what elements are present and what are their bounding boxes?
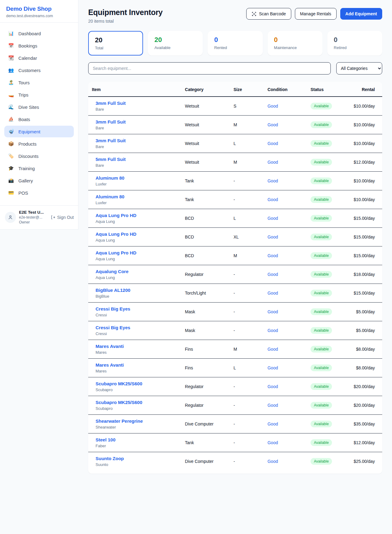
- stat-card-retired[interactable]: 0 Retired: [327, 31, 382, 55]
- item-name-link[interactable]: Cressi Big Eyes: [96, 325, 130, 330]
- stat-card-total[interactable]: 20 Total: [88, 31, 143, 55]
- stat-card-rented[interactable]: 0 Rented: [208, 31, 262, 55]
- item-name-link[interactable]: Scubapro MK25/S600: [96, 381, 142, 386]
- table-row: 5mm Full Suit Bare Wetsuit M Good Availa…: [88, 153, 382, 172]
- sidebar-item-dive-sites[interactable]: 🌊 Dive Sites: [4, 101, 74, 113]
- item-condition-link[interactable]: Good: [267, 403, 278, 408]
- status-cell: Available: [307, 209, 350, 228]
- item-name-link[interactable]: Aqua Lung Pro HD: [96, 250, 136, 255]
- status-badge: Available: [311, 234, 332, 240]
- add-equipment-button[interactable]: Add Equipment: [340, 8, 382, 20]
- sidebar-item-bookings[interactable]: 📅 Bookings: [4, 40, 74, 51]
- stat-value: 20: [95, 36, 136, 44]
- item-name-link[interactable]: BigBlue AL1200: [96, 288, 130, 293]
- item-brand: Bare: [96, 126, 178, 130]
- item-condition-link[interactable]: Good: [267, 347, 278, 352]
- item-condition-link[interactable]: Good: [267, 178, 278, 183]
- item-brand: Scubapro: [96, 387, 178, 392]
- item-condition-link[interactable]: Good: [267, 122, 278, 127]
- item-condition-link[interactable]: Good: [267, 235, 278, 239]
- item-name-link[interactable]: 5mm Full Suit: [96, 157, 126, 162]
- sidebar-item-gallery[interactable]: 📸 Gallery: [4, 175, 74, 186]
- user-name: E2E Test U...: [19, 210, 47, 215]
- sidebar-item-calendar[interactable]: 📆 Calendar: [4, 52, 74, 64]
- item-rental-price: $10.00/day: [350, 116, 382, 134]
- sidebar-item-dashboard[interactable]: 📊 Dashboard: [4, 28, 74, 39]
- sidebar-item-trips[interactable]: 🚤 Trips: [4, 89, 74, 101]
- sidebar-item-discounts[interactable]: 🏷️ Discounts: [4, 150, 74, 162]
- condition-cell: Good: [264, 433, 307, 452]
- item-condition-link[interactable]: Good: [267, 216, 278, 221]
- sidebar-item-pos[interactable]: 💳 POS: [4, 187, 74, 199]
- item-brand: Scubapro: [96, 406, 178, 411]
- stat-card-available[interactable]: 20 Available: [148, 31, 203, 55]
- sign-out-button[interactable]: Sign Out: [51, 215, 74, 220]
- item-condition-link[interactable]: Good: [267, 272, 278, 277]
- item-category: Dive Computer: [181, 415, 230, 433]
- item-name-link[interactable]: Mares Avanti: [96, 344, 124, 349]
- item-category: Wetsuit: [181, 97, 230, 116]
- item-condition-link[interactable]: Good: [267, 104, 278, 109]
- item-name-link[interactable]: Shearwater Peregrine: [96, 418, 143, 424]
- item-condition-link[interactable]: Good: [267, 384, 278, 389]
- app: Demo Dive Shop demo.test.divestreams.com…: [0, 0, 392, 486]
- item-brand: BigBlue: [96, 294, 178, 299]
- item-name-link[interactable]: Aqualung Core: [96, 269, 129, 274]
- item-name-link[interactable]: Cressi Big Eyes: [96, 306, 130, 311]
- item-name-link[interactable]: Steel 100: [96, 437, 115, 442]
- item-condition-link[interactable]: Good: [267, 197, 278, 202]
- item-name-link[interactable]: 3mm Full Suit: [96, 138, 126, 143]
- status-badge: Available: [311, 439, 332, 446]
- item-category: Wetsuit: [181, 153, 230, 172]
- item-size: S: [230, 97, 264, 116]
- scan-barcode-button[interactable]: Scan Barcode: [246, 8, 291, 20]
- sidebar-item-customers[interactable]: 👥 Customers: [4, 64, 74, 76]
- table-row: Steel 100 Faber Tank - Good Available: [88, 433, 382, 452]
- item-condition-link[interactable]: Good: [267, 253, 278, 258]
- item-condition-link[interactable]: Good: [267, 141, 278, 146]
- item-condition-link[interactable]: Good: [267, 459, 278, 464]
- sidebar-item-tours[interactable]: 🏝️ Tours: [4, 77, 74, 88]
- condition-cell: Good: [264, 190, 307, 209]
- status-cell: Available: [307, 340, 350, 359]
- stat-cards: 20 Total 20 Available 0 Rented 0 Mainten…: [88, 31, 382, 55]
- item-cell: Cressi Big Eyes Cressi: [88, 303, 181, 321]
- stat-card-maintenance[interactable]: 0 Maintenance: [268, 31, 322, 55]
- item-name-link[interactable]: Aluminum 80: [96, 194, 124, 199]
- sidebar-item-label: Gallery: [18, 178, 33, 183]
- sidebar-item-equipment[interactable]: 🤿 Equipment: [4, 126, 74, 137]
- category-select[interactable]: All Categories: [336, 62, 382, 74]
- manage-rentals-button[interactable]: Manage Rentals: [295, 8, 337, 20]
- table-row: 3mm Full Suit Bare Wetsuit M Good Availa…: [88, 116, 382, 134]
- item-category: BCD: [181, 228, 230, 246]
- search-input[interactable]: [88, 62, 331, 74]
- item-name-link[interactable]: Aqua Lung Pro HD: [96, 231, 136, 237]
- item-condition-link[interactable]: Good: [267, 421, 278, 426]
- item-name-link[interactable]: Aqua Lung Pro HD: [96, 213, 136, 218]
- item-condition-link[interactable]: Good: [267, 440, 278, 445]
- item-condition-link[interactable]: Good: [267, 328, 278, 333]
- item-name-link[interactable]: 3mm Full Suit: [96, 101, 126, 106]
- item-condition-link[interactable]: Good: [267, 365, 278, 370]
- item-name-link[interactable]: Scubapro MK25/S600: [96, 400, 142, 405]
- item-cell: Steel 100 Faber: [88, 433, 181, 452]
- sidebar-item-training[interactable]: 🎓 Training: [4, 162, 74, 174]
- item-condition-link[interactable]: Good: [267, 309, 278, 314]
- item-size: L: [230, 359, 264, 377]
- item-name-link[interactable]: 3mm Full Suit: [96, 119, 126, 124]
- item-category: Tank: [181, 433, 230, 452]
- item-condition-link[interactable]: Good: [267, 291, 278, 296]
- item-rental-price: $15.00/day: [350, 209, 382, 228]
- item-name-link[interactable]: Aluminum 80: [96, 175, 124, 181]
- item-name-link[interactable]: Suunto Zoop: [96, 456, 124, 461]
- item-cell: Cressi Big Eyes Cressi: [88, 321, 181, 340]
- item-rental-price: $10.00/day: [350, 134, 382, 153]
- condition-cell: Good: [264, 377, 307, 396]
- item-size: L: [230, 209, 264, 228]
- status-cell: Available: [307, 321, 350, 340]
- sidebar-item-boats[interactable]: ⛵ Boats: [4, 113, 74, 125]
- item-size: -: [230, 321, 264, 340]
- sidebar-item-products[interactable]: 📦 Products: [4, 138, 74, 150]
- item-name-link[interactable]: Mares Avanti: [96, 362, 124, 368]
- item-condition-link[interactable]: Good: [267, 160, 278, 165]
